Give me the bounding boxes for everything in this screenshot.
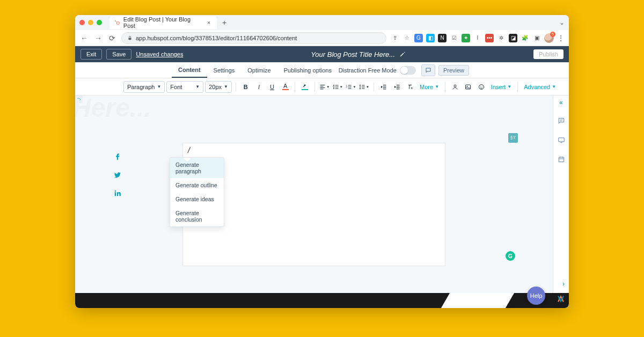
lastpass-ext-icon[interactable]: ••• xyxy=(485,34,494,42)
clear-formatting-button[interactable] xyxy=(405,81,416,93)
svg-rect-15 xyxy=(115,192,116,196)
rich-text-toolbar: Paragraph▼ Font▼ 20px▼ B I U A ▼ ▼ 12▼ ▼… xyxy=(75,78,569,96)
expand-bottom-panel-icon[interactable]: › xyxy=(562,280,565,288)
right-tools-rail: « xyxy=(553,96,569,308)
window-ext-icon[interactable]: ▣ xyxy=(532,34,541,42)
unsaved-changes-link[interactable]: Unsaved changes xyxy=(136,51,183,57)
line-height-button[interactable]: ▼ xyxy=(358,81,370,93)
close-window-icon[interactable] xyxy=(79,20,85,25)
facebook-share-icon[interactable] xyxy=(113,152,122,162)
linkedin-share-icon[interactable] xyxy=(113,188,122,198)
hubspot-favicon-icon xyxy=(114,19,120,26)
maximize-window-icon[interactable] xyxy=(97,20,102,25)
svg-point-16 xyxy=(115,191,116,192)
highlight-color-button[interactable] xyxy=(299,81,311,93)
address-bar[interactable]: app.hubspot.com/blog/3378513/editor/1116… xyxy=(121,32,386,44)
ai-assistant-badge-icon[interactable] xyxy=(508,133,518,143)
background-title-echo: Here... xyxy=(75,96,151,122)
tab-optimize[interactable]: Optimize xyxy=(241,62,277,78)
extension-icon[interactable]: ☑ xyxy=(450,34,458,42)
schedule-panel-icon[interactable] xyxy=(557,155,566,164)
preview-button[interactable]: Preview xyxy=(438,65,469,76)
collapse-right-panel-icon[interactable]: « xyxy=(559,99,563,106)
menu-item-generate-ideas[interactable]: Generate ideas xyxy=(170,192,224,206)
evernote-ext-icon[interactable]: ✦ xyxy=(462,34,470,42)
paragraph-style-select[interactable]: Paragraph▼ xyxy=(123,81,165,93)
browser-toolbar: ← → ⟳ app.hubspot.com/blog/3378513/edito… xyxy=(75,30,569,46)
profile-avatar[interactable]: 5 xyxy=(544,33,554,43)
tabs-dropdown-icon[interactable]: ⌄ xyxy=(559,19,565,26)
browser-window: Edit Blog Post | Your Blog Post × + ⌄ ← … xyxy=(75,15,569,308)
save-button[interactable]: Save xyxy=(106,49,131,60)
distraction-free-toggle[interactable] xyxy=(400,66,416,75)
nav-reload-icon[interactable]: ⟳ xyxy=(107,34,117,42)
new-tab-button[interactable]: + xyxy=(220,18,229,27)
editor-canvas[interactable]: » Here... / G Generate paragraph Generat… xyxy=(75,96,569,308)
align-button[interactable]: ▼ xyxy=(319,81,331,93)
grammarly-icon[interactable]: G xyxy=(506,251,515,261)
browser-menu-icon[interactable]: ⋮ xyxy=(557,34,565,42)
text-color-button[interactable]: A xyxy=(280,81,291,93)
browser-tab[interactable]: Edit Blog Post | Your Blog Post × xyxy=(109,16,217,29)
editor-header: Exit Save Unsaved changes Your Blog Post… xyxy=(75,46,569,62)
exit-button[interactable]: Exit xyxy=(80,49,102,60)
outdent-button[interactable] xyxy=(378,81,390,93)
google-translate-ext-icon[interactable]: G xyxy=(414,34,423,42)
social-share-column xyxy=(113,152,122,198)
extension-icon[interactable]: ◪ xyxy=(509,34,517,42)
share-icon[interactable]: ⇪ xyxy=(391,34,399,42)
menu-item-generate-paragraph[interactable]: Generate paragraph xyxy=(170,158,224,178)
svg-rect-3 xyxy=(129,38,131,40)
extension-icon[interactable]: ◧ xyxy=(426,34,435,42)
hubspot-logo-icon[interactable] xyxy=(556,294,566,304)
tab-settings[interactable]: Settings xyxy=(207,62,241,78)
insert-image-button[interactable] xyxy=(463,81,474,93)
url-text: app.hubspot.com/blog/3378513/editor/1116… xyxy=(136,35,297,41)
post-title[interactable]: Your Blog Post Title Here... xyxy=(311,50,395,58)
publish-button[interactable]: Publish xyxy=(533,49,564,59)
twitter-share-icon[interactable] xyxy=(113,170,122,180)
svg-point-4 xyxy=(333,85,334,86)
numbered-list-button[interactable]: 12▼ xyxy=(345,81,357,93)
personalization-token-button[interactable] xyxy=(449,81,461,93)
svg-point-12 xyxy=(479,84,484,89)
font-family-select[interactable]: Font▼ xyxy=(166,81,203,93)
notion-ext-icon[interactable]: N xyxy=(438,34,447,42)
svg-line-2 xyxy=(116,21,117,22)
insert-emoji-button[interactable] xyxy=(475,81,487,93)
nav-forward-icon[interactable]: → xyxy=(93,34,103,42)
more-formatting-dropdown[interactable]: More▼ xyxy=(418,84,441,90)
bookmark-star-icon[interactable]: ☆ xyxy=(402,34,411,42)
chat-icon xyxy=(425,67,431,74)
slash-command-menu: Generate paragraph Generate outline Gene… xyxy=(170,157,224,227)
edit-title-icon[interactable] xyxy=(399,51,406,57)
tab-publishing-options[interactable]: Publishing options xyxy=(277,62,338,78)
font-size-select[interactable]: 20px▼ xyxy=(205,81,232,93)
help-button[interactable]: Help xyxy=(527,287,545,305)
menu-item-generate-conclusion[interactable]: Generate conclusion xyxy=(170,206,224,226)
bullet-list-button[interactable]: ▼ xyxy=(332,81,344,93)
menu-item-generate-outline[interactable]: Generate outline xyxy=(170,178,224,192)
tab-content[interactable]: Content xyxy=(172,62,207,78)
underline-button[interactable]: U xyxy=(266,81,278,93)
tab-title: Edit Blog Post | Your Blog Post xyxy=(123,16,203,29)
bold-button[interactable]: B xyxy=(240,81,252,93)
nav-back-icon[interactable]: ← xyxy=(79,34,89,42)
svg-rect-17 xyxy=(511,136,513,137)
browser-titlebar: Edit Blog Post | Your Blog Post × + ⌄ xyxy=(75,15,569,30)
settings-ext-icon[interactable]: ✲ xyxy=(497,34,506,42)
text-cursor-ext-icon[interactable]: I xyxy=(473,34,482,42)
advanced-dropdown[interactable]: Advanced▼ xyxy=(522,84,558,90)
tab-close-icon[interactable]: × xyxy=(206,20,211,25)
svg-rect-18 xyxy=(511,137,513,138)
insert-dropdown[interactable]: Insert▼ xyxy=(489,84,514,90)
svg-point-5 xyxy=(333,86,334,87)
lock-icon xyxy=(127,35,133,41)
extensions-puzzle-icon[interactable]: 🧩 xyxy=(521,34,529,42)
devices-panel-icon[interactable] xyxy=(557,135,566,145)
italic-button[interactable]: I xyxy=(253,81,265,93)
indent-button[interactable] xyxy=(391,81,403,93)
minimize-window-icon[interactable] xyxy=(88,20,93,25)
comments-panel-icon[interactable] xyxy=(557,116,566,126)
comments-button[interactable] xyxy=(421,64,435,76)
